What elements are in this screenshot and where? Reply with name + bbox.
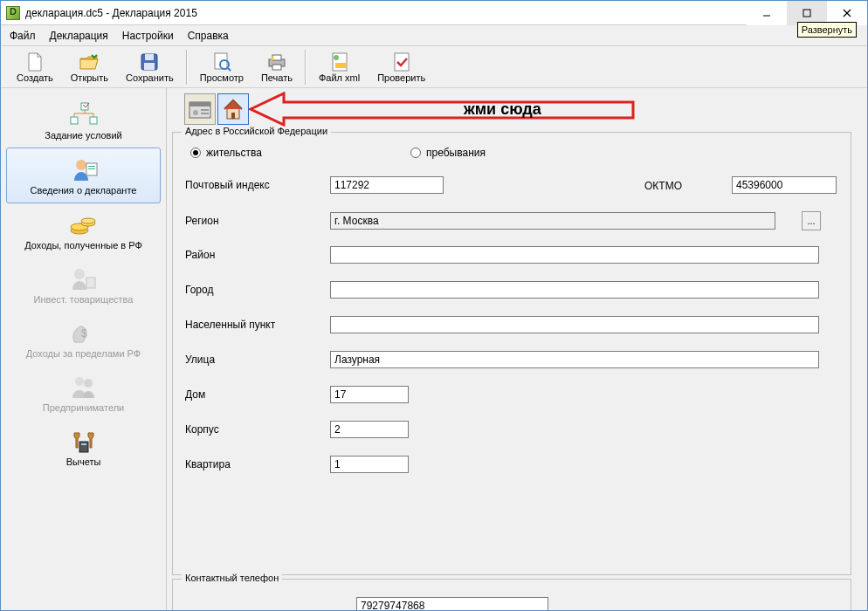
region-input (330, 212, 775, 230)
svg-rect-15 (335, 63, 346, 68)
print-icon (266, 51, 287, 72)
svg-rect-12 (272, 65, 281, 70)
sidebar-item-entrepreneur: Предприниматели (1, 366, 166, 420)
toolbar-open[interactable]: Открыть (62, 50, 117, 85)
locality-label: Населенный пункт (185, 319, 330, 331)
invest-icon (68, 263, 100, 294)
region-browse-button[interactable]: ... (802, 211, 821, 230)
svg-line-2 (844, 10, 851, 17)
svg-text:$: $ (81, 327, 87, 340)
svg-rect-27 (88, 166, 95, 167)
minimize-button[interactable] (747, 1, 787, 25)
svg-point-42 (193, 110, 198, 115)
menu-declaration[interactable]: Декларация (50, 30, 108, 42)
sidebar: Задание условий Сведения о декларанте До… (1, 88, 167, 610)
svg-point-33 (74, 269, 85, 279)
legend-phone: Контактный телефон (182, 573, 282, 583)
main-panel: жми сюда Адрес в Российской Федерации жи… (167, 88, 867, 610)
toolbar-print[interactable]: Печать (252, 50, 301, 85)
toolbar-check[interactable]: Проверить (369, 50, 434, 85)
street-input[interactable] (330, 351, 819, 368)
maximize-tooltip: Развернуть (797, 22, 857, 38)
fieldset-phone: Контактный телефон (172, 579, 851, 610)
radio-icon (410, 148, 421, 158)
phone-input[interactable] (356, 597, 548, 610)
svg-rect-6 (144, 63, 155, 70)
svg-rect-20 (90, 117, 97, 124)
annotation-arrow (249, 92, 642, 127)
income-abroad-icon: $ (68, 317, 100, 348)
toolbar-save[interactable]: Сохранить (117, 50, 183, 85)
app-icon (6, 6, 20, 20)
menu-help[interactable]: Справка (188, 30, 229, 42)
toolbar-preview[interactable]: Просмотр (191, 50, 252, 85)
tab-address[interactable] (217, 93, 249, 125)
svg-point-32 (81, 218, 95, 223)
conditions-icon (68, 99, 100, 130)
radio-residence[interactable]: жительства (190, 147, 262, 159)
svg-rect-28 (88, 168, 95, 169)
svg-point-36 (75, 377, 84, 386)
svg-rect-38 (79, 442, 88, 452)
svg-point-16 (334, 55, 339, 60)
svg-rect-46 (231, 113, 235, 119)
preview-icon (211, 51, 232, 72)
flat-input[interactable] (330, 456, 409, 473)
house-input[interactable] (330, 386, 409, 403)
district-label: Район (185, 249, 330, 261)
svg-rect-44 (201, 113, 209, 114)
tab-personal-info[interactable] (184, 93, 216, 125)
svg-rect-19 (71, 117, 78, 124)
titlebar: декларация.dc5 - Декларация 2015 Разверн… (1, 1, 867, 25)
menu-file[interactable]: Файл (10, 30, 36, 42)
svg-rect-17 (395, 53, 409, 71)
svg-rect-39 (81, 443, 86, 445)
svg-point-25 (76, 160, 86, 170)
radio-stay[interactable]: пребывания (410, 147, 486, 159)
postal-input[interactable] (330, 176, 444, 194)
new-file-icon (24, 51, 45, 72)
svg-rect-43 (201, 109, 209, 111)
toolbar-filexml[interactable]: Файл xml (310, 50, 369, 85)
entrepreneur-icon (68, 371, 100, 402)
sidebar-item-conditions[interactable]: Задание условий (1, 93, 166, 148)
window-title: декларация.dc5 - Декларация 2015 (25, 7, 197, 19)
locality-input[interactable] (330, 316, 819, 333)
fieldset-address-rf: Адрес в Российской Федерации жительства … (172, 132, 851, 575)
postal-label: Почтовый индекс (185, 179, 330, 191)
svg-point-37 (84, 379, 93, 388)
annotation-label: жми сюда (464, 100, 541, 119)
radio-icon (190, 148, 201, 158)
oktmo-label: ОКТМО (644, 180, 682, 192)
svg-point-13 (271, 57, 274, 60)
svg-rect-5 (145, 54, 154, 60)
save-icon (139, 51, 160, 72)
flat-label: Квартира (185, 458, 330, 470)
sidebar-item-invest: Инвест. товарищества (1, 257, 166, 312)
svg-rect-34 (86, 278, 95, 288)
sidebar-item-declarant[interactable]: Сведения о декларанте (6, 148, 161, 203)
sidebar-item-deductions[interactable]: Вычеты (1, 420, 166, 474)
menu-settings[interactable]: Настройки (122, 30, 174, 42)
city-input[interactable] (330, 281, 819, 299)
street-label: Улица (185, 354, 330, 366)
oktmo-input[interactable] (732, 176, 837, 194)
legend-address-rf: Адрес в Российской Федерации (182, 126, 331, 136)
svg-line-3 (844, 10, 851, 17)
region-label: Регион (185, 215, 330, 227)
building-label: Корпус (185, 423, 330, 436)
district-input[interactable] (330, 246, 819, 264)
sidebar-item-income-rf[interactable]: Доходы, полученные в РФ (1, 203, 166, 257)
check-icon (391, 51, 412, 72)
svg-rect-1 (803, 10, 810, 17)
city-label: Город (185, 284, 330, 296)
deductions-icon (68, 425, 100, 457)
svg-rect-41 (189, 102, 210, 106)
declarant-icon (68, 154, 100, 185)
open-folder-icon (79, 51, 100, 72)
sidebar-item-income-abroad: $ Доходы за пределами РФ (1, 312, 166, 366)
building-input[interactable] (330, 421, 409, 438)
house-label: Дом (185, 388, 330, 401)
xml-file-icon (329, 51, 350, 72)
toolbar-create[interactable]: Создать (8, 50, 62, 85)
